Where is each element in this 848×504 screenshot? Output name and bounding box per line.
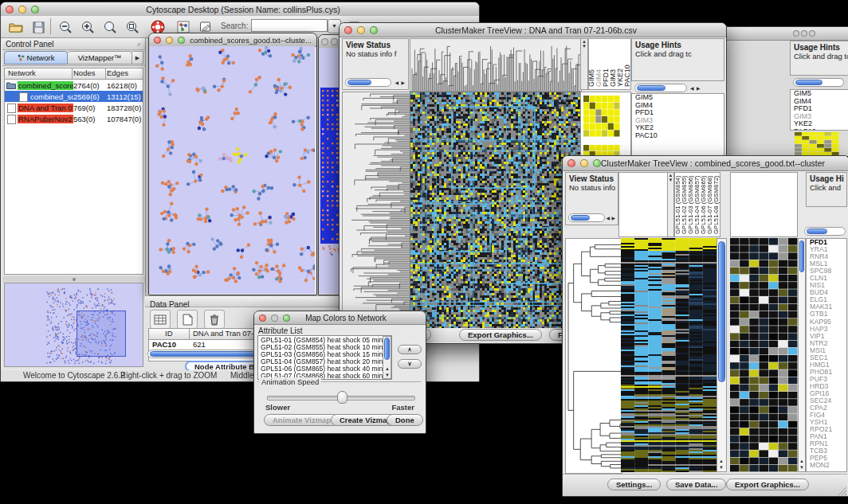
row-dendrogram[interactable] (565, 238, 622, 474)
scroll-right-icon[interactable]: ▶ (611, 216, 615, 221)
gene-label[interactable]: PAC10 (791, 128, 848, 131)
zoom-in-button[interactable] (77, 18, 98, 37)
close-button[interactable] (567, 159, 575, 167)
main-heatmap[interactable] (621, 238, 716, 472)
close-button[interactable] (793, 30, 799, 37)
minimize-button[interactable] (18, 6, 26, 14)
zoom-heatmap[interactable] (730, 238, 798, 472)
status-hint-zoom: Right-click + drag to ZOOM (120, 371, 217, 380)
gene-list-hscrollbar[interactable] (804, 227, 846, 236)
treeview-back-titlebar[interactable] (726, 27, 848, 41)
scroll-up-icon[interactable]: ▲ (719, 459, 724, 463)
move-down-button[interactable]: ∨ (398, 359, 422, 369)
zoom-window-button[interactable] (370, 26, 378, 34)
minimize-button[interactable] (357, 26, 365, 34)
resize-grip[interactable] (838, 487, 846, 495)
scroll-down-icon[interactable]: ▼ (385, 373, 390, 377)
treeview-back-window[interactable]: Usage Hints Click and drag to GIM5GIM4PF… (725, 26, 848, 157)
export-graphics-button[interactable]: Export Graphics... (726, 479, 809, 490)
select-attributes-button[interactable] (150, 310, 171, 329)
scroll-up-icon[interactable]: ▲ (385, 366, 390, 371)
network-overview-thumbnail[interactable] (4, 283, 143, 367)
search-input[interactable] (251, 19, 328, 32)
main-heatmap[interactable] (410, 92, 582, 330)
scroll-down-icon[interactable]: ▼ (581, 44, 587, 49)
minimize-button[interactable] (580, 159, 588, 167)
network-view-titlebar[interactable]: combined_scores_good.txt--cluste... (149, 33, 316, 47)
zoom-window-button[interactable] (31, 6, 39, 14)
treeview-combined-titlebar[interactable]: ClusterMaker TreeView : combined_scores_… (563, 156, 848, 171)
float-panel-icon[interactable]: ⌕ (137, 40, 145, 49)
scroll-up-icon[interactable]: ▲ (799, 459, 804, 463)
network-row-combined-sco-selected[interactable]: combined_sco 2569(6) 13112(15) (5, 91, 143, 102)
zoom-window-button[interactable] (178, 37, 185, 44)
close-button[interactable] (154, 37, 161, 44)
column-label[interactable]: PAC10 (623, 64, 631, 87)
scroll-down-icon[interactable]: ▼ (799, 465, 804, 470)
tab-overflow-button[interactable]: ▶ (132, 51, 143, 64)
minimize-button[interactable] (271, 315, 278, 322)
usage-hscrollbar[interactable] (634, 84, 687, 92)
column-dendrogram[interactable] (410, 38, 582, 92)
move-up-button[interactable]: ∧ (398, 345, 422, 354)
zoom-fit-button[interactable] (100, 18, 120, 37)
speed-slider-thumb[interactable] (337, 391, 347, 404)
new-attribute-button[interactable] (177, 310, 198, 329)
panel-splitter[interactable] (2, 276, 145, 283)
column-label[interactable]: GPL51-08 (GSM872) (713, 175, 720, 234)
scroll-left-icon[interactable]: ◀ (395, 80, 398, 85)
scroll-down-icon[interactable]: ▼ (668, 178, 673, 182)
column-header-nodes[interactable]: Nodes (73, 68, 95, 77)
treeview-dna-titlebar[interactable]: ClusterMaker TreeView : DNA and Tran 07-… (340, 23, 726, 37)
delete-attribute-button[interactable] (204, 310, 225, 329)
network-name: RNAPuberNov2+ (18, 115, 73, 123)
view-status-hscrollbar[interactable] (568, 213, 605, 222)
back-hscrollbar[interactable] (793, 78, 844, 87)
network-row-rnapuber[interactable]: RNAPuberNov2+ 563(0) 107847(0) (5, 113, 143, 124)
tab-network[interactable]: Network (4, 51, 68, 64)
scroll-right-icon[interactable]: ▶ (697, 86, 701, 91)
gene-list-vscrollbar[interactable]: ▲ ▼ (798, 238, 806, 472)
heatmap-vscrollbar[interactable]: ▲ ▼ (716, 238, 727, 472)
network-edges-count: 16218(0) (107, 81, 147, 90)
settings-button[interactable]: Settings... (607, 479, 661, 490)
zoom-out-button[interactable] (55, 18, 76, 37)
zoom-window-button[interactable] (593, 159, 601, 167)
gene-label[interactable]: MON2 (807, 462, 846, 469)
close-button[interactable] (344, 26, 352, 34)
minimize-button[interactable] (801, 30, 807, 37)
export-graphics-button[interactable]: Export Graphics... (459, 329, 542, 341)
column-header-network[interactable]: Network (8, 68, 36, 77)
dialog-titlebar[interactable]: Map Colors to Network (254, 311, 426, 325)
column-header-edges[interactable]: Edges (107, 68, 128, 77)
file-icon (7, 104, 16, 113)
save-button[interactable] (28, 18, 49, 37)
scroll-down-icon[interactable]: ▼ (719, 465, 724, 470)
close-button[interactable] (259, 315, 266, 322)
done-button[interactable]: Done (387, 414, 423, 426)
animate-vizmap-button[interactable]: Animate Vizmap (264, 414, 340, 426)
open-file-button[interactable] (6, 18, 26, 37)
scroll-left-icon[interactable]: ◀ (606, 216, 610, 221)
scroll-right-icon[interactable]: ▶ (401, 80, 405, 85)
zoom-window-button[interactable] (283, 315, 290, 322)
close-button[interactable] (321, 38, 328, 45)
network-canvas[interactable] (149, 46, 315, 294)
tab-vizmapper[interactable]: VizMapper™ (68, 51, 132, 64)
main-titlebar[interactable]: Cytoscape Desktop (Session Name: collins… (1, 2, 479, 17)
close-button[interactable] (6, 6, 14, 14)
view-status-hscrollbar[interactable] (345, 78, 391, 87)
minimize-button[interactable] (331, 38, 338, 45)
network-row-combined-scores[interactable]: combined_scores 2764(0) 16218(0) (5, 80, 143, 91)
data-column-id[interactable]: ID (165, 329, 173, 338)
minimize-button[interactable] (166, 37, 173, 44)
treeview-combined-title: ClusterMaker TreeView : combined_scores_… (601, 158, 825, 168)
row-dendrogram[interactable] (342, 92, 410, 330)
scroll-left-icon[interactable]: ◀ (690, 86, 694, 91)
zoom-window-button[interactable] (809, 30, 815, 37)
zoom-selected-button[interactable] (122, 18, 143, 37)
save-data-button[interactable]: Save Data... (666, 479, 726, 490)
gene-label[interactable]: PAC10 (632, 132, 724, 140)
attribute-list-vscrollbar[interactable]: ▲ ▼ (383, 336, 391, 379)
network-row-dna-tran[interactable]: DNA and Tran 07 769(0) 183728(0) (5, 102, 143, 113)
